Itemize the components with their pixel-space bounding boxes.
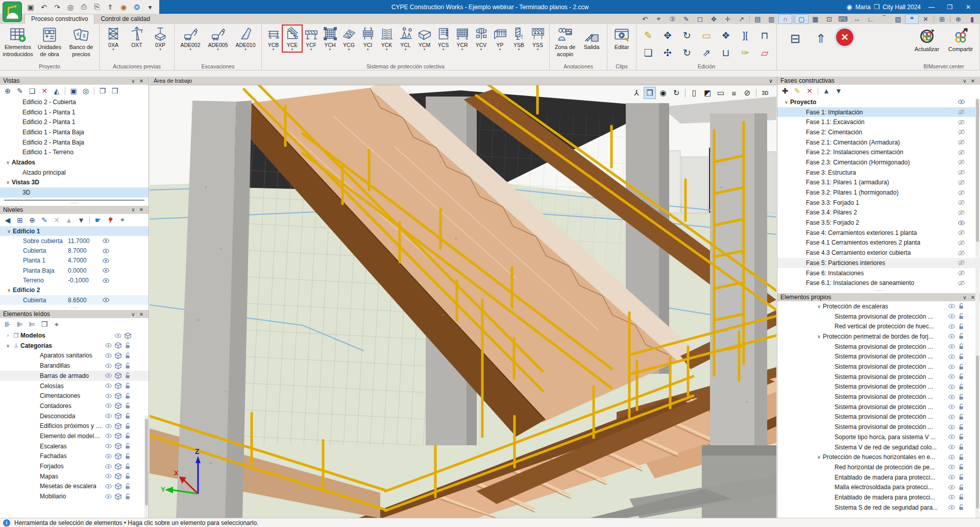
yci-button[interactable]: YCI ▾ xyxy=(358,26,377,52)
project-name[interactable]: City Hall 2024 xyxy=(883,4,921,11)
save-icon[interactable]: ▣ xyxy=(24,2,37,13)
toolbar-divider[interactable] xyxy=(89,216,90,224)
lock-open-icon[interactable] xyxy=(958,353,965,360)
lock-open-icon[interactable] xyxy=(125,453,131,460)
category-row[interactable]: Celosías xyxy=(0,381,149,391)
collapse-workspace-icon[interactable]: ∨ xyxy=(769,78,773,84)
cube-icon[interactable] xyxy=(115,453,121,460)
own-element-row[interactable]: Sistema provisional de protección ... xyxy=(777,362,980,372)
copy-icon[interactable]: ❏ xyxy=(639,45,658,60)
eye-icon[interactable] xyxy=(105,413,112,419)
eye-icon[interactable] xyxy=(948,494,955,500)
eye-icon[interactable] xyxy=(105,453,112,460)
own-element-group[interactable]: ∨ Protección de huecos horizontales en e… xyxy=(777,452,980,462)
maximize-button[interactable]: ❐ xyxy=(942,0,958,14)
eye-icon[interactable] xyxy=(105,342,112,349)
lock-open-icon[interactable] xyxy=(958,373,965,380)
lock-open-icon[interactable] xyxy=(125,493,131,500)
snapshot-search-icon[interactable]: ◎ xyxy=(80,86,91,96)
cube-icon[interactable] xyxy=(115,382,121,389)
rotate-icon[interactable]: ↻ xyxy=(677,28,697,43)
phase-row[interactable]: Fase 2: Cimentación xyxy=(777,127,980,137)
work-area-tool-icon[interactable]: ▭ xyxy=(715,87,727,99)
phase-down-icon[interactable]: ▼ xyxy=(833,86,844,96)
lock-open-icon[interactable] xyxy=(125,402,131,409)
phase-root[interactable]: ∨ Proyecto xyxy=(777,97,980,107)
phase-row[interactable]: Fase 2.2: Instalaciones cimentación xyxy=(777,147,980,157)
own-element-group[interactable]: ∨ Protección de escaleras xyxy=(777,301,980,312)
eye-icon[interactable] xyxy=(105,433,112,439)
category-row[interactable]: Fachadas xyxy=(0,451,149,462)
edit-level-icon[interactable]: ✎ xyxy=(39,215,50,225)
chevron-down-icon[interactable]: ∨ xyxy=(815,304,823,309)
move-icon[interactable]: ✥ xyxy=(658,28,677,43)
lock-open-icon[interactable] xyxy=(958,454,965,461)
app-logo-icon[interactable] xyxy=(3,2,22,22)
own-element-row[interactable]: Sistema provisional de protección ... xyxy=(777,392,980,402)
snap-magnet-icon[interactable]: ∩ xyxy=(778,14,792,24)
eye-icon[interactable] xyxy=(948,434,955,440)
collapse-panel-icon[interactable]: ∨ xyxy=(961,78,969,84)
eye-icon[interactable] xyxy=(105,402,112,409)
ade002-button[interactable]: ADE002 ▾ xyxy=(177,26,204,52)
eye-icon[interactable] xyxy=(105,473,112,480)
cube-icon[interactable] xyxy=(115,443,121,449)
move-layer-icon[interactable]: ❖ xyxy=(716,28,736,43)
cube-icon[interactable] xyxy=(115,352,121,359)
eye-icon[interactable] xyxy=(948,504,955,511)
eye-icon[interactable] xyxy=(948,373,955,380)
eye-icon[interactable] xyxy=(103,257,109,264)
clip-plane-tool-icon[interactable]: ◩ xyxy=(701,87,714,99)
level-row[interactable]: Cubierta 8.6500 xyxy=(0,295,149,305)
own-element-row[interactable]: Sistema provisional de protección ... xyxy=(777,402,980,412)
lock-open-icon[interactable] xyxy=(125,352,131,359)
collapse-levels-icon[interactable]: ◀ xyxy=(2,215,13,225)
hide-tools-icon[interactable]: ✕ xyxy=(919,14,933,24)
oxt-button[interactable]: OXT xyxy=(125,26,149,49)
close-panel-icon[interactable]: ✕ xyxy=(969,78,977,84)
lock-open-icon[interactable] xyxy=(958,504,965,511)
zona-de-acopio-button[interactable]: Zona de acopio xyxy=(552,26,578,58)
zoom-window-icon[interactable]: ◻ xyxy=(693,14,707,24)
eye-off-icon[interactable] xyxy=(958,239,965,246)
ycf-button[interactable]: YCF ▾ xyxy=(302,26,321,52)
collapse-panel-icon[interactable]: ∨ xyxy=(961,295,969,300)
lock-open-icon[interactable] xyxy=(125,483,131,490)
chevron-icon[interactable]: ∨ xyxy=(4,343,12,348)
yp-button[interactable]: YP ▾ xyxy=(491,26,509,52)
own-element-row[interactable]: Red vertical de protección de huec... xyxy=(777,321,980,331)
align-icon[interactable]: ][ xyxy=(736,28,755,43)
chevron-down-icon[interactable]: ∨ xyxy=(4,160,12,165)
own-element-row[interactable]: Sistema provisional de protección ... xyxy=(777,342,980,352)
eye-off-icon[interactable] xyxy=(958,280,965,286)
duplicate-view-icon[interactable]: ❏ xyxy=(27,86,38,96)
own-element-row[interactable]: Sistema S de red de seguridad para... xyxy=(777,502,980,513)
open-view-window-icon[interactable]: ❒ xyxy=(109,86,120,96)
zoom-extents-icon[interactable]: ⌖ xyxy=(652,14,666,24)
eye-off-icon[interactable] xyxy=(958,250,965,256)
panel-splitter-dots[interactable]: ···· xyxy=(0,305,149,310)
eye-off-icon[interactable] xyxy=(958,169,965,176)
grid-icon[interactable]: ▦ xyxy=(808,14,822,24)
eye-off-icon[interactable] xyxy=(958,209,965,216)
eye-icon[interactable] xyxy=(948,454,955,461)
toolbar-divider[interactable] xyxy=(94,87,94,95)
collapse-tree-icon[interactable]: ⊫ xyxy=(14,319,26,329)
chevron-down-icon[interactable]: ∨ xyxy=(815,334,823,339)
eye-off-icon[interactable] xyxy=(958,139,965,146)
redo-icon[interactable]: ↷ xyxy=(51,2,63,13)
compartir-button[interactable]: Compartir xyxy=(944,26,977,52)
eye-off-icon[interactable] xyxy=(958,259,965,266)
print-preview-icon[interactable]: ⎘ xyxy=(91,2,103,13)
hide-elements-tool-icon[interactable]: ⊘ xyxy=(741,87,753,99)
viewport-3d[interactable]: ⅄❒◉↻▯◩▭≡⊘3D xyxy=(150,85,776,518)
category-row[interactable]: Mobiliario xyxy=(0,491,149,501)
cube-icon[interactable] xyxy=(115,393,121,399)
edit-phase-icon[interactable]: ✎ xyxy=(792,86,803,96)
eye-off-icon[interactable] xyxy=(958,159,965,165)
eye-icon[interactable] xyxy=(948,394,955,400)
unidades-de-obra-button[interactable]: Unidades de obra xyxy=(34,26,65,58)
ycs-button[interactable]: YCS ▾ xyxy=(434,26,453,52)
stretch-icon[interactable]: ⇗ xyxy=(697,45,716,60)
eye-icon[interactable] xyxy=(115,332,121,339)
